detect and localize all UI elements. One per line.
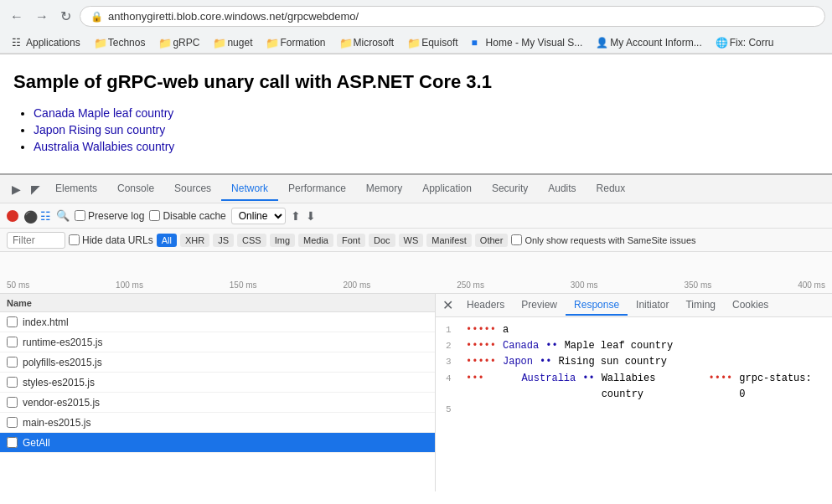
response-line-4: 4 ••• Australia••Wallabies country••••gr…	[446, 371, 822, 403]
search-button[interactable]: 🔍	[56, 209, 70, 222]
bookmark-technos[interactable]: 📁 Technos	[89, 35, 151, 50]
request-name: styles-es2015.js	[23, 377, 95, 388]
filter-img-button[interactable]: Img	[270, 234, 295, 247]
filter-ws-button[interactable]: WS	[399, 234, 424, 247]
request-name: vendor-es2015.js	[23, 397, 100, 409]
download-button[interactable]: ⬇	[306, 209, 316, 223]
request-item-getall[interactable]: GetAll	[0, 433, 435, 453]
request-item[interactable]: styles-es2015.js	[0, 373, 435, 393]
forward-button[interactable]: →	[32, 6, 52, 28]
filter-manifest-button[interactable]: Manifest	[426, 234, 472, 247]
canada-link[interactable]: Canada Maple leaf country	[34, 106, 173, 120]
tab-performance[interactable]: Performance	[278, 177, 356, 201]
request-item[interactable]: polyfills-es2015.js	[0, 352, 435, 373]
throttle-select[interactable]: Online	[231, 208, 286, 224]
filter-xhr-button[interactable]: XHR	[180, 234, 209, 247]
upload-button[interactable]: ⬆	[291, 209, 301, 223]
tab-elements[interactable]: Elements	[45, 177, 107, 201]
back-button[interactable]: ←	[7, 6, 27, 28]
response-line-2: 2 •••••Canada••Maple leaf country	[446, 338, 822, 354]
detail-tab-initiator[interactable]: Initiator	[628, 296, 677, 316]
response-text: Canada	[503, 338, 539, 354]
australia-link[interactable]: Australia Wallabies country	[34, 140, 174, 153]
bookmark-formation[interactable]: 📁 Formation	[261, 35, 330, 50]
clear-button[interactable]: ⚫	[23, 210, 35, 222]
tab-application[interactable]: Application	[412, 177, 482, 201]
detail-tab-headers[interactable]: Headers	[458, 296, 513, 316]
hide-data-urls-checkbox[interactable]	[69, 234, 80, 245]
bookmark-fix[interactable]: 🌐 Fix: Corru	[711, 35, 779, 50]
bookmark-grpc[interactable]: 📁 gRPC	[153, 35, 204, 50]
timeline-labels: 50 ms 100 ms 150 ms 200 ms 250 ms 300 ms…	[0, 280, 832, 293]
japon-link[interactable]: Japon Rising sun country	[34, 123, 165, 136]
bookmark-applications[interactable]: ☷ Applications	[7, 35, 85, 50]
filter-js-button[interactable]: JS	[213, 234, 234, 247]
network-main: Name index.html runtime-es2015.js polyfi…	[0, 294, 832, 491]
detail-panel: ✕ Headers Preview Response Initiator Tim…	[436, 294, 832, 491]
request-checkbox[interactable]	[7, 397, 18, 408]
request-item[interactable]: vendor-es2015.js	[0, 393, 435, 413]
detail-tab-cookies[interactable]: Cookies	[724, 296, 777, 316]
response-text	[491, 371, 515, 387]
inspect-element-button[interactable]: ▶	[7, 179, 26, 199]
close-detail-button[interactable]: ✕	[442, 297, 453, 313]
disable-cache-checkbox[interactable]	[149, 210, 160, 221]
only-sameSite-checkbox[interactable]	[511, 234, 522, 245]
timeline-label: 400 ms	[798, 280, 825, 290]
reload-button[interactable]: ↻	[57, 5, 75, 28]
tab-redux[interactable]: Redux	[587, 177, 636, 201]
filter-media-button[interactable]: Media	[298, 234, 333, 247]
request-checkbox[interactable]	[7, 417, 18, 428]
record-button[interactable]	[7, 210, 18, 222]
filter-other-button[interactable]: Other	[475, 234, 509, 247]
address-bar[interactable]: 🔒 anthonygiretti.blob.core.windows.net/g…	[80, 6, 825, 27]
response-grpc-status: grpc-status: 0	[739, 371, 822, 403]
bookmark-equisoft[interactable]: 📁 Equisoft	[402, 35, 463, 50]
request-checkbox[interactable]	[7, 357, 18, 368]
disable-cache-label[interactable]: Disable cache	[149, 210, 225, 222]
bookmark-nuget[interactable]: 📁 nuget	[208, 35, 257, 50]
preserve-log-label[interactable]: Preserve log	[75, 210, 144, 222]
bookmark-my-account[interactable]: 👤 My Account Inform...	[591, 35, 706, 50]
request-name: polyfills-es2015.js	[23, 357, 102, 368]
preserve-log-checkbox[interactable]	[75, 210, 85, 221]
device-toolbar-button[interactable]: ◤	[26, 179, 45, 199]
only-sameSite-label[interactable]: Only show requests with SameSite issues	[511, 234, 695, 245]
request-item[interactable]: main-es2015.js	[0, 413, 435, 433]
filter-button[interactable]: ☷	[40, 209, 51, 223]
folder-icon: 📁	[213, 37, 225, 49]
folder-icon: 📁	[339, 37, 351, 49]
tab-console[interactable]: Console	[107, 177, 164, 201]
tab-sources[interactable]: Sources	[164, 177, 221, 201]
request-item[interactable]: runtime-es2015.js	[0, 332, 435, 352]
request-checkbox[interactable]	[7, 377, 18, 388]
response-dots: •••••	[466, 322, 496, 338]
response-line-5: 5	[446, 403, 822, 418]
timeline-label: 100 ms	[116, 280, 143, 290]
account-icon: 👤	[596, 37, 607, 49]
detail-tab-preview[interactable]: Preview	[513, 296, 566, 316]
page-title: Sample of gRPC-web unary call with ASP.N…	[13, 71, 819, 93]
detail-tab-timing[interactable]: Timing	[677, 296, 724, 316]
filter-css-button[interactable]: CSS	[237, 234, 266, 247]
filter-doc-button[interactable]: Doc	[369, 234, 395, 247]
folder-icon: 📁	[266, 37, 277, 49]
filter-input[interactable]	[7, 232, 65, 249]
tab-audits[interactable]: Audits	[538, 177, 586, 201]
request-checkbox[interactable]	[7, 437, 18, 448]
response-text: Wallabies country	[602, 371, 702, 403]
list-item: Australia Wallabies country	[34, 140, 819, 153]
bookmark-microsoft[interactable]: 📁 Microsoft	[334, 35, 400, 50]
hide-data-urls-label[interactable]: Hide data URLs	[69, 234, 153, 246]
request-checkbox[interactable]	[7, 316, 18, 327]
bookmark-home-visual[interactable]: ■ Home - My Visual S...	[467, 35, 588, 50]
detail-tab-response[interactable]: Response	[566, 296, 628, 316]
filter-font-button[interactable]: Font	[337, 234, 365, 247]
tab-network[interactable]: Network	[221, 177, 278, 201]
filter-all-button[interactable]: All	[157, 234, 177, 247]
tab-memory[interactable]: Memory	[356, 177, 412, 201]
network-toolbar: ⚫ ☷ 🔍 Preserve log Disable cache Online …	[0, 203, 832, 229]
request-item[interactable]: index.html	[0, 312, 435, 332]
tab-security[interactable]: Security	[482, 177, 538, 201]
request-checkbox[interactable]	[7, 337, 18, 347]
